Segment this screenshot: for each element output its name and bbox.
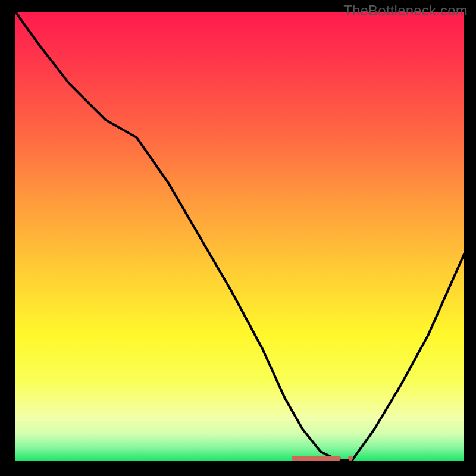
chart-container: TheBottleneck.com (0, 0, 476, 476)
watermark-text: TheBottleneck.com (343, 2, 468, 19)
bottleneck-curve (15, 12, 464, 461)
optimal-range-marker (292, 456, 341, 461)
plot-area (15, 12, 464, 461)
